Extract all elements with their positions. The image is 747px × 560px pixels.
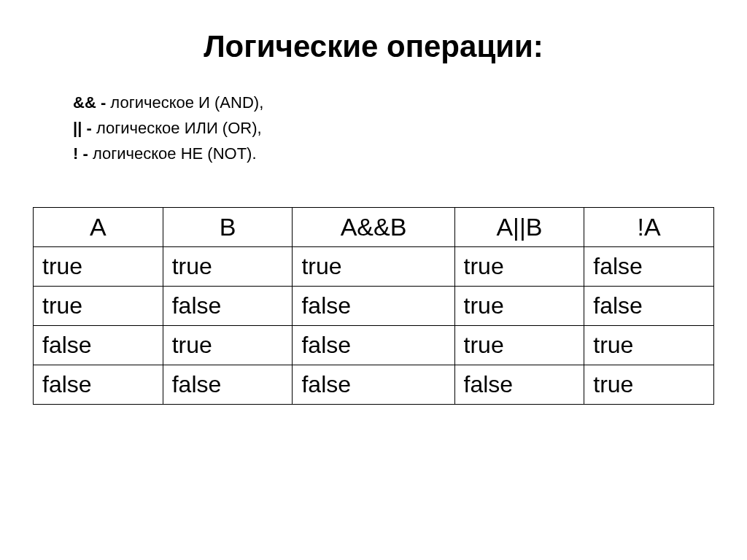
header-and: A&&B xyxy=(293,207,454,246)
definition-and: && - логическое И (AND), xyxy=(73,90,714,115)
desc-and: логическое И (AND), xyxy=(110,93,263,112)
definition-not: ! - логическое НЕ (NOT). xyxy=(73,141,714,166)
cell: false xyxy=(293,365,454,404)
header-or: A||B xyxy=(454,207,584,246)
truth-table: A B A&&B A||B !A true true true true fal… xyxy=(33,207,714,405)
cell: true xyxy=(34,246,163,286)
header-not: !A xyxy=(584,207,714,246)
cell: true xyxy=(293,246,454,286)
cell: true xyxy=(163,325,293,365)
cell: false xyxy=(293,286,454,325)
table-header-row: A B A&&B A||B !A xyxy=(34,207,714,246)
desc-not: логическое НЕ (NOT). xyxy=(93,144,257,163)
operator-not: ! - xyxy=(73,144,93,163)
table-row: true true true true false xyxy=(34,246,714,286)
operator-and: && - xyxy=(73,93,110,112)
cell: true xyxy=(163,246,293,286)
desc-or: логическое ИЛИ (OR), xyxy=(96,119,262,137)
cell: true xyxy=(584,365,714,404)
cell: false xyxy=(584,246,714,286)
cell: false xyxy=(163,365,293,404)
cell: true xyxy=(454,325,584,365)
cell: true xyxy=(34,286,163,325)
cell: false xyxy=(293,325,454,365)
table-row: false false false false true xyxy=(34,365,714,404)
cell: false xyxy=(163,286,293,325)
header-a: A xyxy=(34,207,163,246)
cell: false xyxy=(584,286,714,325)
operator-or: || - xyxy=(73,119,96,137)
cell: false xyxy=(454,365,584,404)
table-row: true false false true false xyxy=(34,286,714,325)
cell: false xyxy=(34,325,163,365)
definition-or: || - логическое ИЛИ (OR), xyxy=(73,115,714,141)
definitions-list: && - логическое И (AND), || - логическое… xyxy=(73,90,714,167)
cell: true xyxy=(454,246,584,286)
header-b: B xyxy=(163,207,293,246)
cell: true xyxy=(454,286,584,325)
table-row: false true false true true xyxy=(34,325,714,365)
page-title: Логические операции: xyxy=(33,29,714,64)
cell: true xyxy=(584,325,714,365)
cell: false xyxy=(34,365,163,404)
